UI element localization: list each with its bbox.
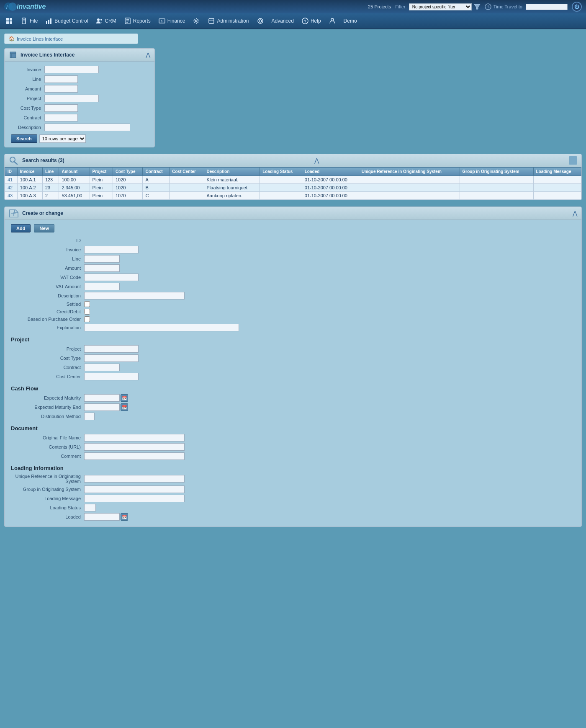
create-contents-url-row: Contents (URL) bbox=[11, 443, 575, 451]
create-loading-status-input[interactable] bbox=[84, 504, 96, 511]
create-invoice-input[interactable] bbox=[84, 246, 139, 253]
create-loaded-input[interactable] bbox=[84, 513, 120, 521]
line-row: Line bbox=[11, 75, 148, 83]
cell-group-orig bbox=[460, 184, 533, 192]
create-line-label: Line bbox=[11, 256, 84, 261]
cell-loaded: 01-10-2007 00:00:00 bbox=[302, 184, 359, 192]
create-unique-ref-input[interactable] bbox=[84, 475, 185, 483]
nav-item-demo[interactable]: Demo bbox=[340, 16, 360, 26]
nav-item-file[interactable]: File bbox=[17, 15, 41, 26]
create-group-orig-label: Group in Originating System bbox=[11, 487, 84, 492]
create-amount-input[interactable] bbox=[84, 264, 120, 272]
create-panel-title: Create or change bbox=[22, 210, 63, 216]
add-button[interactable]: Add bbox=[11, 224, 31, 232]
cost-type-label: Cost Type bbox=[11, 106, 44, 111]
nav-item-budget-control[interactable]: Budget Control bbox=[42, 15, 91, 26]
time-travel-input[interactable] bbox=[526, 4, 568, 10]
search-panel-collapse[interactable]: ⋀ bbox=[146, 52, 150, 58]
create-vat-code-input[interactable] bbox=[84, 274, 139, 281]
nav-item-settings2[interactable] bbox=[253, 15, 267, 26]
nav-item-dashboard[interactable] bbox=[2, 15, 16, 26]
description-row: Description bbox=[11, 124, 148, 131]
create-loading-msg-input[interactable] bbox=[84, 495, 185, 502]
home-icon[interactable]: 🏠 bbox=[9, 36, 15, 41]
create-loaded-label: Loaded bbox=[11, 514, 84, 519]
create-loading-msg-label: Loading Message bbox=[11, 496, 84, 501]
create-group-orig-input[interactable] bbox=[84, 485, 185, 493]
create-comment-input[interactable] bbox=[84, 452, 185, 460]
create-contents-url-input[interactable] bbox=[84, 443, 185, 451]
loaded-calendar-icon[interactable]: 📅 bbox=[121, 513, 128, 521]
project-input[interactable] bbox=[44, 95, 99, 102]
results-table-container: ID Invoice Line Amount Project Cost Type… bbox=[5, 167, 581, 200]
filter-select[interactable]: No project specific filter bbox=[409, 3, 472, 10]
create-loading-status-row: Loading Status bbox=[11, 504, 575, 511]
nav-item-crm[interactable]: CRM bbox=[92, 15, 119, 26]
create-orig-file-input[interactable] bbox=[84, 434, 185, 441]
results-panel-container: Search results (3) ⋀ ID Invoice Line Amo… bbox=[4, 154, 582, 200]
results-panel-collapse[interactable]: ⋀ bbox=[314, 157, 319, 164]
nav-item-help[interactable]: ? Help bbox=[298, 15, 324, 26]
exp-maturity-calendar-icon[interactable]: 📅 bbox=[121, 394, 128, 402]
cost-type-input[interactable] bbox=[44, 104, 78, 112]
create-credit-debit-checkbox[interactable] bbox=[84, 309, 90, 315]
svg-rect-14 bbox=[46, 21, 47, 24]
contract-input[interactable] bbox=[44, 114, 78, 121]
create-exp-maturity-input[interactable] bbox=[84, 394, 120, 402]
search-button[interactable]: Search bbox=[11, 134, 37, 143]
nav-item-advanced[interactable]: Advanced bbox=[268, 16, 297, 26]
nav-label-help: Help bbox=[311, 18, 321, 24]
create-exp-maturity-end-input[interactable] bbox=[84, 403, 120, 411]
cell-unique-ref bbox=[359, 176, 460, 184]
time-travel-area: Time Travel to: bbox=[485, 3, 568, 10]
row-id-link-42[interactable]: 42 bbox=[8, 185, 13, 190]
nav-item-administration[interactable]: Administration bbox=[204, 15, 252, 26]
power-button[interactable]: ⏻ bbox=[572, 2, 582, 12]
line-input[interactable] bbox=[44, 75, 78, 83]
breadcrumb: 🏠 Invoice Lines Interface bbox=[4, 34, 138, 44]
cell-cost-type: 1020 bbox=[113, 176, 143, 184]
nav-item-tools[interactable] bbox=[189, 15, 203, 26]
nav-item-reports[interactable]: Reports bbox=[121, 15, 154, 26]
create-credit-debit-row: Credit/Debit bbox=[11, 309, 575, 315]
create-invoice-label: Invoice bbox=[11, 247, 84, 252]
create-contract-row: Contract bbox=[11, 364, 575, 371]
cell-line: 2 bbox=[42, 192, 59, 200]
description-input[interactable] bbox=[44, 124, 130, 131]
create-cost-type-input[interactable] bbox=[84, 354, 139, 362]
description-label: Description bbox=[11, 125, 44, 130]
create-description-row: Description bbox=[11, 292, 575, 299]
create-vat-amount-input[interactable] bbox=[84, 283, 120, 290]
create-description-input[interactable] bbox=[84, 292, 185, 299]
search-panel-title: Invoice Lines Interface bbox=[21, 52, 75, 58]
row-id-link-41[interactable]: 41 bbox=[8, 177, 13, 182]
create-contract-input[interactable] bbox=[84, 364, 120, 371]
results-scroll-right[interactable] bbox=[569, 156, 577, 165]
create-based-on-po-checkbox[interactable] bbox=[84, 316, 90, 322]
row-id-link-43[interactable]: 43 bbox=[8, 193, 13, 198]
cell-cost-center bbox=[170, 176, 204, 184]
new-button[interactable]: New bbox=[34, 224, 54, 232]
amount-row: Amount bbox=[11, 85, 148, 93]
create-cost-center-input[interactable] bbox=[84, 373, 139, 380]
create-proj-input[interactable] bbox=[84, 345, 139, 353]
cell-loading-status bbox=[260, 176, 302, 184]
rows-per-page-select[interactable]: 10 rows per page 25 rows per page 50 row… bbox=[39, 134, 86, 143]
create-line-input[interactable] bbox=[84, 255, 120, 263]
create-panel-collapse[interactable]: ⋀ bbox=[573, 210, 577, 217]
amount-input[interactable] bbox=[44, 85, 78, 93]
create-explanation-input[interactable] bbox=[84, 324, 239, 331]
create-id-value bbox=[84, 237, 239, 244]
nav-label-finance: Finance bbox=[167, 18, 185, 24]
nav-label-file: File bbox=[30, 18, 38, 24]
filter-label[interactable]: Filter: bbox=[395, 4, 407, 9]
nav-item-finance[interactable]: $ Finance bbox=[155, 15, 189, 26]
nav-item-user[interactable] bbox=[325, 15, 339, 26]
create-dist-method-input[interactable] bbox=[84, 413, 95, 420]
exp-maturity-end-calendar-icon[interactable]: 📅 bbox=[121, 403, 128, 411]
create-settled-checkbox[interactable] bbox=[84, 301, 90, 307]
loading-section-title: Loading Information bbox=[11, 465, 575, 471]
chart-icon bbox=[45, 17, 53, 25]
svg-line-36 bbox=[14, 162, 17, 164]
invoice-input[interactable] bbox=[44, 66, 99, 73]
